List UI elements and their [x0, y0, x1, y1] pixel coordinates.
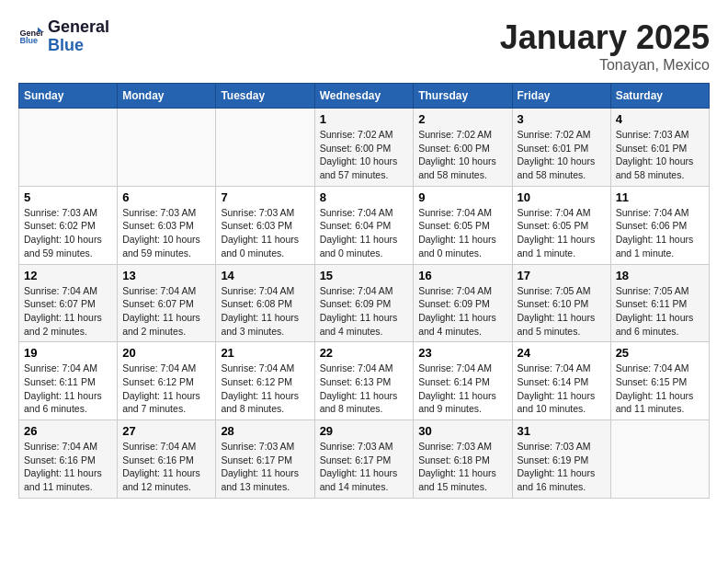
day-info: Sunrise: 7:03 AMSunset: 6:02 PMDaylight:… — [24, 206, 112, 260]
logo-text-general: General — [48, 18, 109, 37]
calendar-cell: 27Sunrise: 7:04 AMSunset: 6:16 PMDayligh… — [118, 420, 216, 499]
calendar-cell: 16Sunrise: 7:04 AMSunset: 6:09 PMDayligh… — [414, 264, 512, 342]
calendar-cell: 28Sunrise: 7:03 AMSunset: 6:17 PMDayligh… — [216, 420, 314, 499]
logo-icon: General Blue — [18, 24, 44, 50]
day-info: Sunrise: 7:03 AMSunset: 6:18 PMDaylight:… — [418, 440, 506, 494]
calendar-week-row-2: 12Sunrise: 7:04 AMSunset: 6:07 PMDayligh… — [19, 264, 710, 342]
day-info: Sunrise: 7:04 AMSunset: 6:15 PMDaylight:… — [616, 362, 704, 416]
day-info: Sunrise: 7:05 AMSunset: 6:10 PMDaylight:… — [518, 284, 606, 339]
calendar-cell: 5Sunrise: 7:03 AMSunset: 6:02 PMDaylight… — [19, 186, 118, 264]
day-number: 4 — [616, 112, 704, 126]
day-number: 16 — [418, 269, 506, 282]
day-number: 25 — [616, 346, 704, 360]
day-info: Sunrise: 7:04 AMSunset: 6:05 PMDaylight:… — [518, 206, 606, 260]
day-info: Sunrise: 7:03 AMSunset: 6:01 PMDaylight:… — [616, 128, 704, 182]
calendar-week-row-4: 26Sunrise: 7:04 AMSunset: 6:16 PMDayligh… — [19, 420, 710, 499]
day-info: Sunrise: 7:04 AMSunset: 6:08 PMDaylight:… — [221, 284, 309, 339]
calendar-cell: 12Sunrise: 7:04 AMSunset: 6:07 PMDayligh… — [19, 264, 118, 342]
weekday-header-friday: Friday — [512, 84, 610, 109]
day-info: Sunrise: 7:04 AMSunset: 6:07 PMDaylight:… — [24, 284, 112, 339]
day-number: 30 — [418, 424, 506, 438]
day-number: 12 — [24, 269, 112, 282]
day-number: 10 — [518, 190, 606, 204]
day-info: Sunrise: 7:04 AMSunset: 6:11 PMDaylight:… — [24, 362, 112, 416]
day-number: 1 — [320, 112, 409, 126]
day-number: 21 — [221, 346, 309, 360]
day-number: 19 — [24, 346, 112, 360]
calendar-week-row-1: 5Sunrise: 7:03 AMSunset: 6:02 PMDaylight… — [19, 186, 710, 264]
day-info: Sunrise: 7:02 AMSunset: 6:00 PMDaylight:… — [418, 128, 506, 182]
day-info: Sunrise: 7:03 AMSunset: 6:17 PMDaylight:… — [221, 440, 309, 494]
day-number: 27 — [122, 424, 210, 438]
calendar-cell: 20Sunrise: 7:04 AMSunset: 6:12 PMDayligh… — [118, 342, 216, 420]
day-number: 23 — [418, 346, 506, 360]
day-number: 3 — [518, 112, 606, 126]
day-number: 15 — [320, 269, 409, 282]
calendar-cell: 25Sunrise: 7:04 AMSunset: 6:15 PMDayligh… — [610, 342, 709, 420]
calendar-cell: 14Sunrise: 7:04 AMSunset: 6:08 PMDayligh… — [216, 264, 314, 342]
calendar-cell: 22Sunrise: 7:04 AMSunset: 6:13 PMDayligh… — [314, 342, 414, 420]
day-number: 13 — [122, 269, 210, 282]
calendar-week-row-3: 19Sunrise: 7:04 AMSunset: 6:11 PMDayligh… — [19, 342, 710, 420]
calendar-cell: 18Sunrise: 7:05 AMSunset: 6:11 PMDayligh… — [610, 264, 709, 342]
calendar-cell: 6Sunrise: 7:03 AMSunset: 6:03 PMDaylight… — [118, 186, 216, 264]
day-number: 18 — [616, 269, 704, 282]
weekday-header-sunday: Sunday — [19, 84, 118, 109]
weekday-header-tuesday: Tuesday — [216, 84, 314, 109]
weekday-header-thursday: Thursday — [414, 84, 512, 109]
calendar-cell: 2Sunrise: 7:02 AMSunset: 6:00 PMDaylight… — [414, 109, 512, 187]
day-number: 26 — [24, 424, 112, 438]
logo: General Blue General Blue — [18, 18, 109, 55]
day-info: Sunrise: 7:05 AMSunset: 6:11 PMDaylight:… — [616, 284, 704, 339]
day-info: Sunrise: 7:04 AMSunset: 6:04 PMDaylight:… — [320, 206, 409, 260]
day-number: 17 — [518, 269, 606, 282]
day-number: 14 — [221, 269, 309, 282]
day-info: Sunrise: 7:02 AMSunset: 6:01 PMDaylight:… — [518, 128, 606, 182]
calendar-cell: 3Sunrise: 7:02 AMSunset: 6:01 PMDaylight… — [512, 109, 610, 187]
day-info: Sunrise: 7:04 AMSunset: 6:13 PMDaylight:… — [320, 362, 409, 416]
weekday-header-monday: Monday — [118, 84, 216, 109]
day-number: 29 — [320, 424, 409, 438]
svg-text:Blue: Blue — [19, 36, 38, 45]
day-number: 6 — [122, 190, 210, 204]
calendar-cell: 17Sunrise: 7:05 AMSunset: 6:10 PMDayligh… — [512, 264, 610, 342]
calendar-cell: 30Sunrise: 7:03 AMSunset: 6:18 PMDayligh… — [414, 420, 512, 499]
calendar-cell: 10Sunrise: 7:04 AMSunset: 6:05 PMDayligh… — [512, 186, 610, 264]
day-info: Sunrise: 7:04 AMSunset: 6:16 PMDaylight:… — [24, 440, 112, 494]
day-info: Sunrise: 7:04 AMSunset: 6:16 PMDaylight:… — [122, 440, 210, 494]
calendar-cell: 11Sunrise: 7:04 AMSunset: 6:06 PMDayligh… — [610, 186, 709, 264]
day-info: Sunrise: 7:04 AMSunset: 6:09 PMDaylight:… — [320, 284, 409, 339]
day-info: Sunrise: 7:04 AMSunset: 6:09 PMDaylight:… — [418, 284, 506, 339]
day-info: Sunrise: 7:04 AMSunset: 6:14 PMDaylight:… — [518, 362, 606, 416]
calendar-week-row-0: 1Sunrise: 7:02 AMSunset: 6:00 PMDaylight… — [19, 109, 710, 187]
calendar-cell: 26Sunrise: 7:04 AMSunset: 6:16 PMDayligh… — [19, 420, 118, 499]
calendar-cell — [610, 420, 709, 499]
day-number: 5 — [24, 190, 112, 204]
day-number: 22 — [320, 346, 409, 360]
calendar-cell: 19Sunrise: 7:04 AMSunset: 6:11 PMDayligh… — [19, 342, 118, 420]
day-number: 31 — [518, 424, 606, 438]
header: General Blue General Blue January 2025 T… — [18, 18, 710, 74]
calendar-cell: 9Sunrise: 7:04 AMSunset: 6:05 PMDaylight… — [414, 186, 512, 264]
month-title: January 2025 — [500, 18, 710, 57]
calendar-cell: 24Sunrise: 7:04 AMSunset: 6:14 PMDayligh… — [512, 342, 610, 420]
day-info: Sunrise: 7:03 AMSunset: 6:19 PMDaylight:… — [518, 440, 606, 494]
calendar-cell: 15Sunrise: 7:04 AMSunset: 6:09 PMDayligh… — [314, 264, 414, 342]
calendar-cell: 13Sunrise: 7:04 AMSunset: 6:07 PMDayligh… — [118, 264, 216, 342]
calendar-cell: 8Sunrise: 7:04 AMSunset: 6:04 PMDaylight… — [314, 186, 414, 264]
calendar-cell: 4Sunrise: 7:03 AMSunset: 6:01 PMDaylight… — [610, 109, 709, 187]
day-info: Sunrise: 7:03 AMSunset: 6:17 PMDaylight:… — [320, 440, 409, 494]
day-info: Sunrise: 7:03 AMSunset: 6:03 PMDaylight:… — [122, 206, 210, 260]
calendar-cell: 23Sunrise: 7:04 AMSunset: 6:14 PMDayligh… — [414, 342, 512, 420]
calendar-cell — [118, 109, 216, 187]
calendar-cell: 31Sunrise: 7:03 AMSunset: 6:19 PMDayligh… — [512, 420, 610, 499]
weekday-header-saturday: Saturday — [610, 84, 709, 109]
day-info: Sunrise: 7:04 AMSunset: 6:14 PMDaylight:… — [418, 362, 506, 416]
day-info: Sunrise: 7:04 AMSunset: 6:07 PMDaylight:… — [122, 284, 210, 339]
day-number: 8 — [320, 190, 409, 204]
day-number: 24 — [518, 346, 606, 360]
weekday-header-wednesday: Wednesday — [314, 84, 414, 109]
title-area: January 2025 Tonayan, Mexico — [500, 18, 710, 74]
calendar-cell — [19, 109, 118, 187]
calendar-cell: 7Sunrise: 7:03 AMSunset: 6:03 PMDaylight… — [216, 186, 314, 264]
